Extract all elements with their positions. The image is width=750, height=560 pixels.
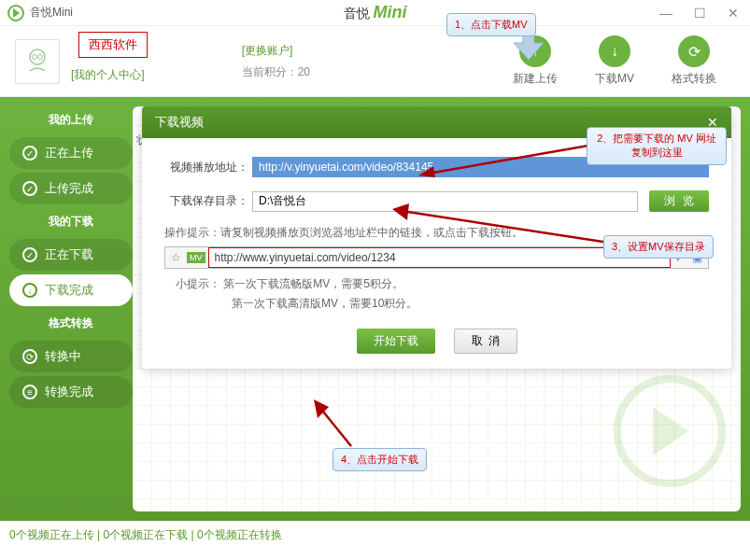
statusbar: 0个视频正在上传 | 0个视频正在下载 | 0个视频正在转换 — [0, 521, 750, 549]
check-icon: ✓ — [22, 146, 37, 161]
spin-icon: ⟳ — [22, 349, 37, 364]
check-icon: ✓ — [22, 181, 37, 196]
content-panel: 状 下载视频 ✕ 视频播放地址： 下载保存目录： 浏览 操作提示：请复制视频播放… — [133, 106, 741, 511]
mv-badge: MV — [187, 252, 205, 263]
sidebar-item-uploading[interactable]: ✓正在上传 — [9, 137, 133, 169]
minimize-button[interactable]: — — [657, 4, 675, 22]
maximize-button[interactable]: ☐ — [690, 4, 709, 22]
convert-icon: ⟳ — [678, 35, 710, 67]
app-logo-icon — [7, 5, 24, 21]
download-done-icon: ↓ — [22, 283, 37, 298]
svg-point-2 — [33, 54, 37, 59]
sidebar-group-download: 我的下载 — [9, 208, 133, 235]
close-button[interactable]: ✕ — [724, 4, 743, 22]
sidebar-group-convert: 格式转换 — [9, 310, 133, 337]
sidebar-item-convert-done[interactable]: ≡转换完成 — [9, 376, 133, 408]
download-mv-button[interactable]: ↓ 下载MV — [595, 35, 634, 87]
save-dir-label: 下载保存目录： — [164, 193, 248, 209]
sidebar-item-converting[interactable]: ⟳转换中 — [9, 341, 133, 372]
sidebar-group-upload: 我的上传 — [9, 106, 133, 133]
video-url-label: 视频播放地址： — [164, 160, 248, 175]
small-hint-2: 第一次下载高清版MV，需要10积分。 — [164, 296, 709, 312]
upload-icon: ↑ — [519, 35, 551, 67]
titlebar: 音悦Mini 音悦 Mini — ☐ ✕ — [0, 0, 750, 26]
my-center-link[interactable]: [我的个人中心] — [71, 67, 145, 83]
points-display: 当前积分：20 — [242, 64, 310, 80]
brand-title: 音悦 Mini — [344, 3, 407, 22]
list-icon: ≡ — [22, 385, 37, 399]
sidebar-item-download-done[interactable]: ↓下载完成 — [9, 274, 133, 306]
switch-account-link[interactable]: [更换账户] — [242, 43, 310, 59]
browse-button[interactable]: 浏览 — [649, 190, 709, 212]
sidebar: 我的上传 ✓正在上传 ✓上传完成 我的下载 ✓正在下载 ↓下载完成 格式转换 ⟳… — [9, 106, 133, 511]
watermark-play-icon — [614, 375, 726, 487]
header: 西西软件 [我的个人中心] [更换账户] 当前积分：20 ↑ 新建上传 ↓ 下载… — [0, 26, 750, 97]
sidebar-item-upload-done[interactable]: ✓上传完成 — [9, 173, 133, 204]
callout-3: 3、设置MV保存目录 — [603, 235, 714, 259]
check-icon: ✓ — [22, 247, 37, 262]
sidebar-item-downloading[interactable]: ✓正在下载 — [9, 239, 133, 271]
example-url-input[interactable] — [209, 248, 671, 267]
download-icon: ↓ — [599, 35, 630, 67]
star-icon: ☆ — [165, 251, 187, 264]
small-hint-1: 小提示： 第一次下载流畅版MV，需要5积分。 — [164, 276, 709, 292]
avatar — [15, 39, 60, 84]
save-dir-input[interactable] — [252, 191, 638, 212]
callout-4: 4、点击开始下载 — [333, 448, 427, 471]
app-name: 音悦Mini — [30, 5, 73, 21]
dialog-title: 下载视频 — [155, 114, 204, 131]
xisi-label: 西西软件 — [78, 32, 148, 58]
new-upload-button[interactable]: ↑ 新建上传 — [513, 35, 558, 87]
callout-1: 1、点击下载MV — [446, 13, 536, 36]
svg-point-3 — [38, 54, 43, 59]
format-convert-button[interactable]: ⟳ 格式转换 — [672, 35, 716, 87]
start-download-button[interactable]: 开始下载 — [357, 329, 435, 354]
callout-2: 2、把需要下载的 MV 网址复制到这里 — [587, 127, 727, 165]
cancel-button[interactable]: 取消 — [454, 329, 517, 354]
